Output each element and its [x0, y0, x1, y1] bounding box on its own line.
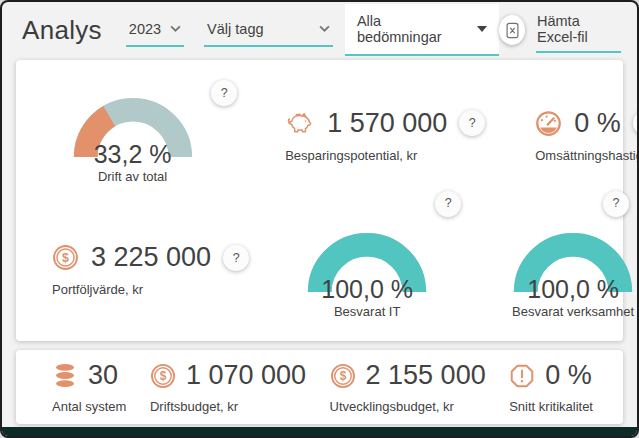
chevron-down-icon [170, 25, 181, 32]
download-excel-label: Hämta Excel-fil [536, 7, 621, 53]
gauge-chart: 33,2 % [62, 86, 204, 166]
svg-text:$: $ [62, 251, 69, 265]
metric-value: 33,2 % [62, 140, 204, 169]
download-excel-button[interactable]: Hämta Excel-fil [499, 7, 621, 53]
coin-dollar-icon: $ [330, 363, 356, 389]
metric-label: Besparingspotential, kr [285, 148, 485, 163]
help-button[interactable]: ? [435, 191, 461, 217]
metric-label: Besvarat verksamhet [512, 304, 634, 319]
metric-value: 1 070 000 [186, 360, 306, 391]
metric-omsattningshastighet: 0 % ? Omsättningshastighet [485, 68, 639, 203]
gauge-chart: 100,0 % [502, 221, 639, 301]
metric-label: Besvarat IT [334, 304, 400, 319]
help-button[interactable]: ? [603, 191, 629, 217]
database-icon [52, 363, 78, 388]
dark-footer-strip [2, 427, 637, 436]
excel-file-icon [505, 22, 520, 39]
dropdown-arrow-icon [477, 26, 487, 32]
year-select-value: 2023 [129, 21, 161, 37]
gauge-chart: 100,0 % [296, 221, 438, 301]
metric-besparingspotential: 1 570 000 ? Besparingspotential, kr [249, 68, 485, 203]
assessment-select[interactable]: Alla bedömningar [345, 4, 500, 56]
tag-select[interactable]: Välj tagg [204, 14, 333, 47]
metric-besvarat-verksamhet: ? 100,0 % Besvarat verksamhet [485, 203, 639, 338]
speedometer-icon [535, 110, 562, 137]
metric-drift-av-total: ? 33,2 % Drift av total [16, 68, 249, 203]
metric-antal-system: 30 Antal system [52, 360, 126, 414]
metric-label: Portföljvärde, kr [52, 282, 249, 297]
metric-label: Utvecklingsbudget, kr [330, 399, 486, 414]
help-button[interactable]: ? [211, 80, 237, 106]
kpi-footer-card: 30 Antal system $ 1 070 000 Driftsbudget… [16, 350, 623, 424]
assessment-select-value: Alla bedömningar [357, 13, 450, 45]
metric-value: 30 [88, 360, 118, 391]
svg-text:$: $ [160, 369, 167, 383]
metric-value: 0 % [545, 360, 592, 391]
metric-label: Antal system [52, 399, 126, 414]
analysis-dashboard: Analys 2023 Välj tagg Alla bedömningar [0, 0, 639, 438]
year-select[interactable]: 2023 [126, 14, 184, 47]
help-button[interactable]: ? [459, 110, 485, 136]
coin-dollar-icon: $ [52, 244, 79, 271]
excel-icon-button[interactable] [499, 15, 525, 45]
kpi-main-card: ? 33,2 % Drift av total [16, 60, 623, 341]
chevron-down-icon [319, 25, 330, 32]
help-button[interactable]: ? [223, 245, 249, 271]
metric-snitt-kritikalitet: 0 % Snitt kritikalitet [509, 360, 593, 414]
alert-octagon-icon [509, 363, 535, 389]
metric-label: Drift av total [98, 169, 167, 184]
page-title: Analys [22, 15, 102, 46]
metric-label: Omsättningshastighet [535, 148, 639, 163]
help-button[interactable]: ? [633, 110, 639, 136]
metric-label: Snitt kritikalitet [509, 399, 593, 414]
piggy-bank-icon [285, 111, 315, 136]
metric-value: 3 225 000 [91, 242, 211, 273]
metric-value: 100,0 % [296, 275, 438, 304]
metric-label: Driftsbudget, kr [150, 399, 306, 414]
header: Analys 2023 Välj tagg Alla bedömningar [2, 2, 637, 58]
metric-driftsbudget: $ 1 070 000 Driftsbudget, kr [150, 360, 306, 414]
svg-text:$: $ [339, 369, 346, 383]
metric-value: 1 570 000 [327, 108, 447, 139]
metric-value: 0 % [574, 108, 621, 139]
metric-value: 2 155 000 [366, 360, 486, 391]
metric-besvarat-it: ? 100,0 % Besvarat IT [249, 203, 485, 338]
metric-portfoljvarde: $ 3 225 000 ? Portföljvärde, kr [16, 203, 249, 338]
metric-value: 100,0 % [502, 275, 639, 304]
metric-utvecklingsbudget: $ 2 155 000 Utvecklingsbudget, kr [330, 360, 486, 414]
tag-select-placeholder: Välj tagg [207, 21, 263, 37]
coin-dollar-icon: $ [150, 363, 176, 389]
